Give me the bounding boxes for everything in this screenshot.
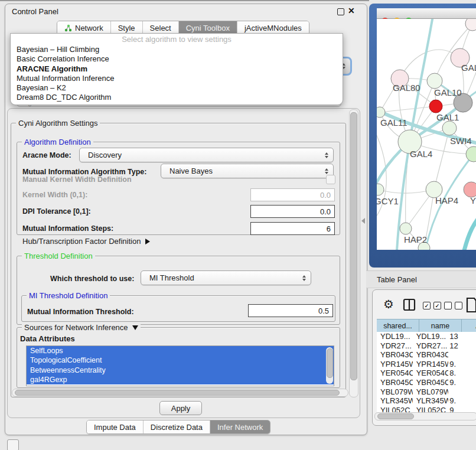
- bottom-tab-impute-data[interactable]: Impute Data: [87, 420, 144, 433]
- collapse-down-icon[interactable]: [132, 325, 138, 330]
- tab-label: Cyni Toolbox: [186, 24, 230, 32]
- minimized-panel-icon[interactable]: [7, 439, 19, 450]
- settings-vertical-scrollbar[interactable]: [349, 109, 358, 397]
- tab-label: Select: [150, 24, 171, 32]
- table-panel-header: Table Panel: [366, 270, 476, 288]
- attribute-item-betweennesscentrality[interactable]: BetweennessCentrality: [27, 366, 334, 375]
- network-node-swi4[interactable]: [466, 146, 476, 162]
- column-header-name[interactable]: name: [419, 319, 462, 332]
- algorithm-option-mutual-information-inference[interactable]: Mutual Information Inference: [11, 74, 343, 83]
- node-table[interactable]: YDL19...YDL19...13YDR27...YDR27...12YBR0…: [377, 332, 476, 412]
- tab-cyni-toolbox[interactable]: Cyni Toolbox: [179, 21, 237, 34]
- network-node-gal11[interactable]: [377, 107, 385, 118]
- cell: YBL079W: [413, 387, 449, 397]
- network-node[interactable]: [465, 19, 476, 31]
- panel-collapse-arrow-icon[interactable]: [361, 218, 365, 224]
- network-node-gal1[interactable]: [442, 121, 457, 135]
- aracne-mode-combo[interactable]: Discovery: [79, 148, 334, 162]
- which-threshold-combo[interactable]: MI Threshold: [141, 270, 311, 285]
- algorithm-option-dream8-dc-tdc-algorithm[interactable]: Dream8 DC_TDC Algorithm: [11, 93, 343, 102]
- mi-type-combo[interactable]: Naive Bayes: [161, 164, 334, 178]
- node-table-header: shared...nameA: [377, 319, 476, 332]
- network-node-label: GAL11: [380, 118, 407, 128]
- network-node-gcy1[interactable]: [377, 184, 384, 195]
- algorithm-option-bayesian-hill-climbing[interactable]: Bayesian – Hill Climbing: [11, 45, 343, 54]
- table-row[interactable]: YBR043CYBR043C: [377, 350, 476, 360]
- cell: YDL19...: [377, 332, 413, 341]
- cell: 9: [448, 406, 476, 412]
- algorithm-option-aracne-algorithm[interactable]: ARACNE Algorithm: [11, 64, 343, 74]
- network-node-label: Y: [470, 195, 476, 206]
- network-node[interactable]: [429, 100, 442, 113]
- column-header-a[interactable]: A: [462, 319, 476, 332]
- apply-button[interactable]: Apply: [159, 401, 202, 415]
- new-table-icon[interactable]: [466, 296, 476, 313]
- table-horizontal-scrollbar[interactable]: [374, 412, 476, 420]
- scrollbar-thumb[interactable]: [350, 112, 357, 380]
- network-node-label: GAL4: [410, 149, 432, 159]
- manual-kernel-checkbox[interactable]: [326, 175, 335, 184]
- cell: 9.: [448, 396, 476, 406]
- table-row[interactable]: YBR045CYBR045C9.: [377, 378, 476, 387]
- tab-jactivemnodules[interactable]: jActiveMNodules: [237, 21, 309, 34]
- cell: [448, 350, 476, 360]
- manual-kernel-label: Manual Kernel Width Definition: [22, 175, 132, 184]
- data-attributes-list[interactable]: SelfLoopsTopologicalCoefficientBetweenne…: [26, 345, 334, 386]
- list-scrollbar-thumb[interactable]: [327, 348, 333, 378]
- table-row[interactable]: YIL052CYIL052C9: [377, 406, 476, 412]
- tab-network[interactable]: Network: [57, 21, 111, 34]
- cell: 9.: [448, 360, 476, 369]
- network-edge: [434, 128, 449, 190]
- data-attributes-label: Data Attributes: [20, 334, 75, 343]
- table-row[interactable]: YPR145WYPR145W9.: [377, 360, 476, 369]
- network-node-label: GAL: [461, 63, 476, 73]
- cell: 12: [448, 341, 476, 351]
- network-node-hap2[interactable]: [400, 223, 412, 234]
- network-window-titlebar[interactable]: [377, 8, 476, 19]
- split-columns-icon[interactable]: [403, 298, 416, 311]
- kernel-width-input[interactable]: 0.0: [250, 188, 335, 201]
- float-window-icon[interactable]: [337, 8, 344, 15]
- algorithm-option-basic-correlation-inference[interactable]: Basic Correlation Inference: [11, 54, 343, 64]
- cell: 9.: [448, 378, 476, 387]
- network-canvas[interactable]: GALGAL80GAL10GAL1GAL11SWI4GAL4GCY1HAP4YH…: [377, 19, 476, 250]
- mi-threshold-input[interactable]: 0.5: [248, 304, 333, 317]
- close-icon[interactable]: ✕: [348, 6, 355, 15]
- aracne-mode-value: Discovery: [88, 151, 122, 159]
- tab-select[interactable]: Select: [143, 21, 179, 34]
- tab-style[interactable]: Style: [111, 21, 143, 34]
- attribute-item-gal4rgexp[interactable]: gal4RGexp: [27, 375, 334, 384]
- table-row[interactable]: YER054CYER054C8.: [377, 369, 476, 378]
- list-scrollbar[interactable]: [326, 347, 333, 384]
- table-row[interactable]: YDR27...YDR27...12: [377, 341, 476, 351]
- network-graph[interactable]: GALGAL80GAL10GAL1GAL11SWI4GAL4GCY1HAP4YH…: [377, 19, 476, 250]
- network-edge: [400, 50, 460, 79]
- network-node-gal10[interactable]: [427, 73, 442, 89]
- scrollbar-thumb[interactable]: [377, 413, 414, 419]
- algorithm-option-bayesian-k2[interactable]: Bayesian – K2: [11, 83, 343, 93]
- combo-arrows-icon: [325, 152, 328, 158]
- settings-horizontal-scrollbar[interactable]: [12, 389, 348, 397]
- mi-threshold-title: MI Threshold Definition: [27, 291, 110, 300]
- table-row[interactable]: YLR345WYLR345W9.: [377, 396, 476, 406]
- dpi-tolerance-input[interactable]: 0.0: [250, 205, 335, 218]
- mi-steps-input[interactable]: 6: [250, 222, 335, 235]
- hub-definition-row[interactable]: Hub/Transcription Factor Definition: [22, 237, 150, 246]
- deselect-all-columns-icon[interactable]: [444, 302, 462, 309]
- bottom-tab-bar: Impute DataDiscretize DataInfer Network: [86, 420, 270, 434]
- cell: YLR345W: [413, 396, 449, 406]
- attribute-item-selfloops[interactable]: SelfLoops: [27, 346, 334, 356]
- column-header-shared[interactable]: shared...: [377, 319, 419, 332]
- bottom-tab-discretize-data[interactable]: Discretize Data: [144, 420, 210, 433]
- table-row[interactable]: YDL19...YDL19...13: [377, 332, 476, 341]
- tab-label: Style: [118, 24, 135, 32]
- scrollbar-thumb[interactable]: [15, 390, 340, 396]
- sources-title-row[interactable]: Sources for Network Inference: [22, 323, 141, 332]
- settings-gear-icon[interactable]: ⚙: [383, 298, 394, 310]
- bottom-tab-infer-network[interactable]: Infer Network: [210, 420, 270, 433]
- expand-right-icon[interactable]: [145, 239, 150, 244]
- sources-title: Sources for Network Inference: [24, 323, 128, 332]
- attribute-item-topologicalcoefficient[interactable]: TopologicalCoefficient: [27, 356, 334, 365]
- select-all-columns-icon[interactable]: ✓✓: [423, 302, 441, 309]
- table-row[interactable]: YBL079WYBL079W: [377, 387, 476, 397]
